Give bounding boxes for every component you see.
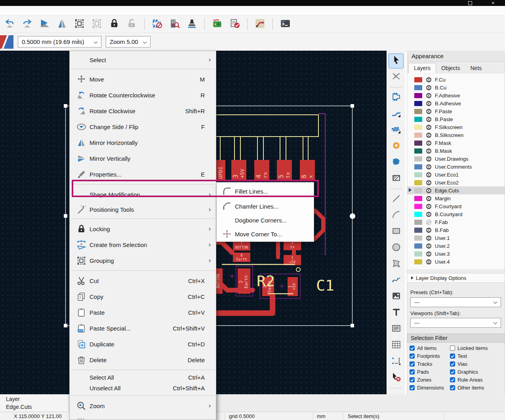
layer-row-f-adhesive[interactable]: F.Adhesive bbox=[407, 91, 505, 99]
group-items-button[interactable] bbox=[72, 17, 87, 32]
rect-tool-button[interactable] bbox=[389, 225, 403, 239]
zone-tool-button[interactable] bbox=[389, 156, 403, 170]
layer-color-swatch[interactable] bbox=[414, 141, 422, 146]
ref-label-r2[interactable]: R2 bbox=[257, 272, 275, 290]
text-tool-button[interactable] bbox=[389, 306, 403, 320]
spline-tool-button[interactable] bbox=[389, 274, 403, 288]
menu-item-create-from-selection[interactable]: Create from Selection› bbox=[70, 237, 216, 253]
menu-item-duplicate[interactable]: DuplicateCtrl+D bbox=[70, 336, 216, 352]
design-rules-check-button[interactable] bbox=[227, 17, 242, 32]
tune-length-button[interactable] bbox=[389, 123, 403, 137]
table-tool-button[interactable] bbox=[389, 338, 403, 353]
visibility-eye-icon[interactable] bbox=[426, 203, 432, 209]
layer-color-swatch[interactable] bbox=[414, 228, 422, 233]
footprint-checker-button[interactable] bbox=[150, 17, 164, 32]
ungroup-items-button[interactable] bbox=[90, 17, 104, 32]
visibility-eye-icon[interactable] bbox=[426, 180, 432, 186]
visibility-eye-icon[interactable] bbox=[426, 108, 432, 114]
connector-pads[interactable]: UPDI 3 +5V 4 rx 5 tx 6 x bbox=[215, 160, 315, 180]
menu-item-locking[interactable]: Locking› bbox=[70, 221, 216, 237]
checkbox-checked-icon[interactable] bbox=[450, 385, 455, 391]
visibility-eye-icon[interactable] bbox=[426, 124, 432, 130]
filter-item-other-items[interactable]: Other items bbox=[450, 385, 504, 391]
layer-row-f-paste[interactable]: F.Paste bbox=[407, 107, 505, 115]
menu-item-mirror-horizontally[interactable]: Mirror Horizontally bbox=[70, 135, 216, 150]
visibility-eye-icon[interactable] bbox=[426, 211, 432, 217]
select-cursor-button[interactable] bbox=[389, 54, 403, 68]
menu-item-grouping[interactable]: Grouping› bbox=[70, 253, 216, 268]
library-browser-button[interactable] bbox=[167, 17, 182, 32]
layer-row-b-cu[interactable]: B.Cu bbox=[407, 84, 505, 91]
layer-row-f-silkscreen[interactable]: F.Silkscreen bbox=[407, 123, 505, 131]
menu-item-move[interactable]: MoveM bbox=[70, 71, 216, 87]
menu-item-rotate-clockwise[interactable]: Rotate ClockwiseShift+R bbox=[70, 103, 216, 119]
insert-footprint-button[interactable] bbox=[185, 17, 199, 32]
filter-item-zones[interactable]: Zones bbox=[409, 377, 450, 383]
window-restore-button[interactable] bbox=[466, 0, 475, 6]
layer-row-user-3[interactable]: User.3 bbox=[407, 250, 505, 258]
layer-row-b-silkscreen[interactable]: B.Silkscreen bbox=[407, 131, 505, 139]
menu-item-rotate-counterclockwise[interactable]: Rotate CounterclockwiseR bbox=[70, 87, 216, 103]
checkbox-checked-icon[interactable] bbox=[409, 369, 415, 375]
visibility-eye-icon[interactable] bbox=[426, 116, 432, 122]
filter-item-rule-areas[interactable]: Rule Areas bbox=[450, 377, 504, 383]
layer-color-swatch[interactable] bbox=[414, 85, 422, 90]
visibility-eye-icon[interactable] bbox=[426, 148, 432, 154]
menu-item-delete[interactable]: DeleteDelete bbox=[70, 352, 216, 368]
update-pcb-button[interactable] bbox=[210, 17, 225, 32]
viewports-dropdown[interactable]: --- bbox=[410, 318, 501, 328]
checkbox-checked-icon[interactable] bbox=[450, 377, 455, 383]
highlight-net-button[interactable] bbox=[389, 70, 403, 84]
tab-objects[interactable]: Objects bbox=[436, 63, 465, 73]
checkbox-checked-icon[interactable] bbox=[409, 377, 415, 383]
ref-label-c1[interactable]: C1 bbox=[316, 277, 334, 294]
presets-dropdown[interactable]: --- bbox=[410, 297, 501, 307]
visibility-eye-icon[interactable] bbox=[426, 251, 432, 257]
menu-item-mirror-vertically[interactable]: Mirror Vertically bbox=[70, 150, 216, 166]
layer-row-f-fab[interactable]: F.Fab bbox=[407, 218, 505, 226]
layer-color-swatch[interactable] bbox=[414, 125, 422, 130]
menu-item-paste[interactable]: PasteCtrl+V bbox=[70, 304, 216, 320]
layer-row-margin[interactable]: Margin bbox=[407, 194, 505, 202]
layer-row-user-drawings[interactable]: User.Drawings bbox=[407, 155, 505, 163]
checkbox-checked-icon[interactable] bbox=[409, 345, 415, 351]
filter-item-footprints[interactable]: Footprints bbox=[409, 353, 450, 359]
menu-item-shape-modification[interactable]: Shape Modification› bbox=[70, 186, 216, 202]
layer-color-swatch[interactable] bbox=[414, 220, 422, 225]
route-track-button[interactable] bbox=[389, 107, 403, 121]
visibility-eye-icon[interactable] bbox=[426, 235, 432, 241]
layer-color-swatch[interactable] bbox=[414, 164, 422, 169]
layer-row-user-4[interactable]: User.4 bbox=[407, 258, 505, 266]
layer-color-swatch[interactable] bbox=[414, 243, 422, 249]
layer-color-swatch[interactable] bbox=[414, 259, 422, 264]
checkbox-checked-icon[interactable] bbox=[409, 385, 415, 391]
line-tool-button[interactable] bbox=[389, 192, 403, 207]
layer-row-b-courtyard[interactable]: B.Courtyard bbox=[407, 210, 505, 218]
tab-layers[interactable]: Layers bbox=[408, 63, 436, 73]
layer-row-b-adhesive[interactable]: B.Adhesive bbox=[407, 99, 505, 107]
layer-pair-indicator[interactable] bbox=[0, 35, 13, 49]
layer-color-swatch[interactable] bbox=[414, 204, 422, 209]
layer-row-f-mask[interactable]: F.Mask bbox=[407, 139, 505, 147]
unlock-button[interactable] bbox=[124, 17, 139, 32]
checkbox-checked-icon[interactable] bbox=[409, 353, 415, 359]
checkbox-checked-icon[interactable] bbox=[409, 361, 415, 367]
layer-color-swatch[interactable] bbox=[414, 251, 422, 257]
filter-item-all-items[interactable]: All items bbox=[409, 345, 450, 351]
checkbox-checked-icon[interactable] bbox=[450, 353, 455, 359]
layer-row-edge-cuts[interactable]: Edge.Cuts bbox=[407, 186, 505, 194]
visibility-eye-icon[interactable] bbox=[426, 243, 432, 249]
layer-color-swatch[interactable] bbox=[414, 117, 422, 122]
layer-display-options[interactable]: Layer Display Options bbox=[407, 273, 505, 283]
layer-color-swatch[interactable] bbox=[414, 180, 422, 185]
filter-item-locked-items[interactable]: Locked items bbox=[450, 345, 504, 351]
track-width-dropdown[interactable]: 0.5000 mm (19.69 mils) bbox=[18, 36, 101, 48]
menu-item-change-side-flip[interactable]: Change Side / FlipF bbox=[70, 119, 216, 135]
image-tool-button[interactable] bbox=[389, 290, 403, 304]
menu-item-unselect-all[interactable]: Unselect AllCtrl+Shift+A bbox=[70, 383, 216, 393]
visibility-eye-icon[interactable] bbox=[426, 156, 432, 162]
layer-color-swatch[interactable] bbox=[414, 101, 422, 106]
layer-row-user-1[interactable]: User.1 bbox=[407, 234, 505, 242]
filter-item-tracks[interactable]: Tracks bbox=[409, 361, 450, 367]
visibility-eye-icon[interactable] bbox=[426, 227, 432, 233]
